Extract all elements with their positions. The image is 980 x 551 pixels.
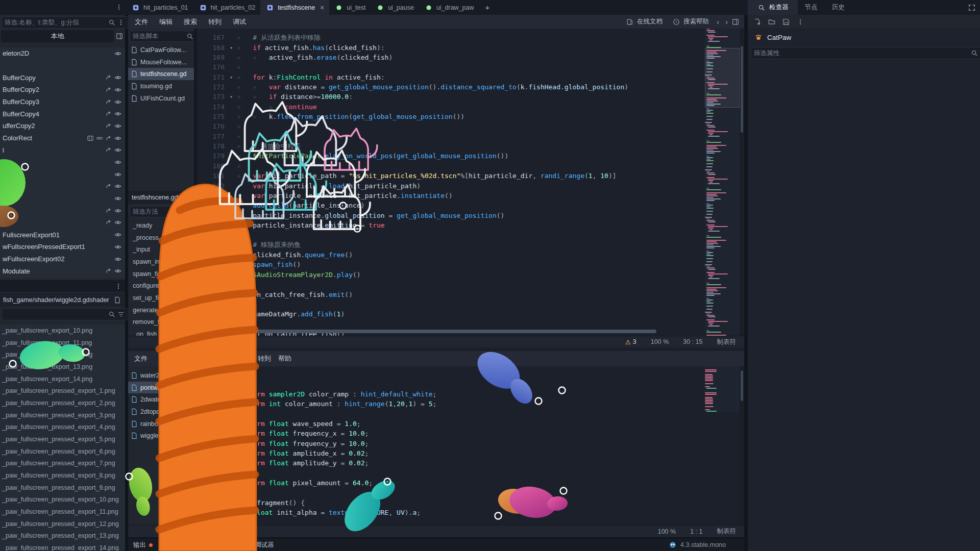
vertical-scrollbar[interactable] <box>740 366 744 525</box>
tree-row[interactable] <box>0 60 125 72</box>
shader-item[interactable]: wiggle2d <box>128 430 194 442</box>
tree-row[interactable]: BufferCopy2 <box>0 84 125 96</box>
script-item[interactable]: testfishscene.gd <box>128 68 194 80</box>
eye-icon[interactable] <box>113 134 122 143</box>
eye-icon[interactable] <box>113 182 122 191</box>
code-line[interactable]: 195» GameDataMgr.add_fish(1) <box>197 309 705 319</box>
history-forward-icon[interactable]: › <box>722 17 731 26</box>
code-line[interactable]: 182» var hit_particle = load(hit_particl… <box>197 181 705 190</box>
code-line[interactable]: 12uniform float pixel_amount = 64.0; <box>197 478 705 488</box>
code-line[interactable]: 2 <box>197 379 705 389</box>
scene-tab-hit_particles_01[interactable]: hit_particles_01 <box>126 0 193 15</box>
shader-menu-item-1[interactable]: 编辑 <box>173 350 192 366</box>
tree-row[interactable]: l <box>0 144 125 157</box>
code-line[interactable]: 168▾» if active_fish.has(clicked_fish): <box>197 42 705 52</box>
code-line[interactable]: 172» » var distance = get_global_mouse_p… <box>197 82 705 92</box>
code-line[interactable]: 180» <box>197 161 705 171</box>
file-row[interactable]: _paw_fullscreen_export_13.png <box>0 361 125 373</box>
zoom-level[interactable]: 100 % <box>651 338 669 345</box>
tree-row[interactable]: BufferCopy4 <box>0 108 125 120</box>
menu-item-4[interactable]: 调试 <box>227 15 252 29</box>
code-line[interactable]: 170» <box>197 62 705 72</box>
search-help-button[interactable]: ? 搜索帮助 <box>667 17 714 27</box>
tree-row[interactable] <box>0 156 125 168</box>
code-line[interactable]: 188» # 移除原来的鱼 <box>197 240 705 250</box>
method-item[interactable]: spawn_initial_ <box>128 256 194 268</box>
code-line[interactable]: 1 <box>197 369 705 379</box>
file-row[interactable]: _paw_fullscreen_export_11.png <box>0 337 125 349</box>
scene-tab-hit_particles_02[interactable]: hit_particles_02 <box>193 0 261 15</box>
file-row[interactable]: _paw_fullscreen_pressed_export_3.png <box>0 409 125 421</box>
code-line[interactable]: 193» on_catch_free_fish.emit() <box>197 289 705 299</box>
code-line[interactable]: 7uniform float frequency_x = 10.0; <box>197 429 705 438</box>
script-item[interactable]: UIFishCount.gd <box>128 92 194 105</box>
shader-item[interactable]: water2d <box>128 369 194 382</box>
shader-code-editor[interactable]: 123uniform sampler2D color_ramp : hint_d… <box>197 366 705 525</box>
scene-dock-menu-icon[interactable] <box>114 3 124 12</box>
shader-item[interactable]: rainbow <box>128 418 194 430</box>
sort-icon[interactable] <box>116 310 126 319</box>
split-view-icon[interactable] <box>115 32 124 41</box>
eye-icon[interactable] <box>113 85 122 94</box>
code-line[interactable]: 186» particle_instance.emitting = true <box>197 220 705 230</box>
code-line[interactable]: 4uniform int color_amount : hint_range(1… <box>197 399 705 409</box>
method-item[interactable]: set_up_fish <box>128 292 194 304</box>
script-item[interactable]: CatPawFollow... <box>128 44 194 56</box>
minimap-viewport[interactable] <box>705 48 740 108</box>
filesystem-menu-icon[interactable] <box>114 282 123 291</box>
tab-local[interactable]: 本地 <box>1 30 114 42</box>
eye-icon[interactable] <box>113 206 122 215</box>
file-row[interactable]: _paw_fullscreen_export_10.png <box>0 324 125 337</box>
tree-row[interactable]: eleton2D <box>0 47 125 60</box>
code-line[interactable]: 177» <box>197 132 705 141</box>
code-editor[interactable]: 167» # 从活跃鱼列表中移除168▾» if active_fish.has… <box>197 29 705 336</box>
file-row[interactable]: _paw_fullscreen_pressed_export_7.png <box>0 457 125 469</box>
script-item[interactable]: MouseFollowe... <box>128 56 194 68</box>
warnings-badge[interactable]: ⚠ 3 <box>625 338 636 346</box>
eye-icon[interactable] <box>113 73 122 82</box>
filter-properties-input[interactable]: 筛选属性 <box>751 47 980 59</box>
new-resource-icon[interactable] <box>753 17 762 27</box>
file-row[interactable]: _paw_fullscreen_pressed_export_2.png <box>0 397 125 409</box>
file-row[interactable]: _paw_fullscreen_pressed_export_12.png <box>0 518 125 530</box>
method-item[interactable]: remove_fish <box>128 316 194 329</box>
file-row[interactable]: _paw_fullscreen_pressed_export_4.png <box>0 421 125 433</box>
tree-row[interactable]: BufferCopy3 <box>0 96 125 108</box>
method-item[interactable]: _process <box>128 232 194 244</box>
eye-icon[interactable] <box>113 230 122 239</box>
code-line[interactable]: 6uniform float wave_speed = 1.0; <box>197 419 705 429</box>
shader-item[interactable]: pontwater <box>128 382 194 394</box>
shader-menu-item-2[interactable]: 搜索 <box>214 350 233 366</box>
eye-icon[interactable] <box>113 242 122 252</box>
method-item[interactable]: _on_fish_clic <box>128 328 194 336</box>
shader-menu-item-3[interactable]: 转到 <box>255 350 274 366</box>
method-item[interactable]: _input <box>128 243 194 256</box>
tree-row[interactable] <box>0 217 125 229</box>
code-line[interactable]: 183» var particle_instance = hit_particl… <box>197 191 705 201</box>
tree-row[interactable]: ufferCopy2 <box>0 120 125 132</box>
script-item[interactable]: touming.gd <box>128 80 194 92</box>
eye-icon[interactable] <box>113 109 122 118</box>
tree-row[interactable] <box>0 192 125 205</box>
shader-minimap[interactable] <box>705 366 740 412</box>
scene-tab-ui_pause[interactable]: ui_pause <box>371 0 419 15</box>
filter-options-icon[interactable] <box>116 18 126 27</box>
shader-menu-item-4[interactable]: 帮助 <box>275 350 295 366</box>
file-row[interactable]: _paw_fullscreen_pressed_export_9.png <box>0 482 125 494</box>
file-row[interactable]: _paw_fullscreen_pressed_export_14.png <box>0 542 125 551</box>
method-item[interactable]: configure_fish <box>128 280 194 292</box>
filter-scripts-input[interactable]: 筛选脚本 <box>130 31 194 42</box>
code-line[interactable]: 167» # 从活跃鱼列表中移除 <box>197 33 705 42</box>
code-line[interactable]: 191» $AudioStreamPlayer2D.play() <box>197 270 705 280</box>
eye-icon[interactable] <box>113 49 122 58</box>
scene-tab-ui_test[interactable]: ui_test <box>329 0 371 15</box>
code-line[interactable]: 174» » » continue <box>197 102 705 112</box>
inspector-extra-options-icon[interactable] <box>796 17 805 27</box>
file-row[interactable]: _paw_fullscreen_pressed_export_10.png <box>0 493 125 506</box>
close-tab-icon[interactable]: × <box>320 4 324 12</box>
eye-icon[interactable] <box>113 121 122 131</box>
method-item[interactable]: _ready <box>128 219 194 232</box>
code-line[interactable]: 171▾» for k:FishControl in active_fish: <box>197 72 705 82</box>
code-line[interactable]: 187» <box>197 230 705 240</box>
scene-tab-testfishscene[interactable]: testfishscene× <box>260 0 329 15</box>
